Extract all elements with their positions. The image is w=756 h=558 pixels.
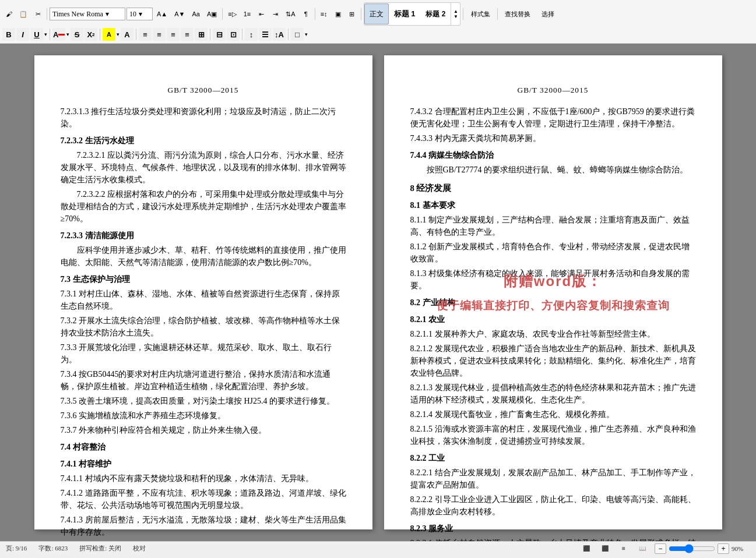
zoom-in-btn[interactable]: + — [718, 543, 729, 554]
sep3 — [315, 8, 315, 20]
right-page[interactable]: GB/T 32000—2015 7.4.3.2 合理配置村庄内卫生公厕，不应低于… — [384, 55, 722, 529]
view-outline-btn[interactable]: ≡ — [617, 543, 630, 554]
select-btn[interactable]: 选择 — [536, 8, 560, 20]
zoom-level: 90% — [732, 545, 750, 552]
style-normal-btn[interactable]: 正文 — [364, 3, 389, 24]
zoom-out-btn[interactable]: − — [655, 543, 666, 554]
styles-scroll-arrows[interactable]: ▲▼ — [451, 3, 460, 25]
sec-8: 8 经济发展 — [410, 182, 696, 195]
para-813: 8.1.3 村级集体经济有稳定的收入来源，能够满足开展村务活动和自身发展的需要。 — [410, 267, 696, 292]
font-color-arrow[interactable]: ▾ — [66, 31, 69, 37]
justify-btn[interactable]: ≡ — [181, 28, 194, 41]
increase-indent-btn[interactable]: ⇥ — [269, 8, 282, 20]
para-8213: 8.2.1.3 发展现代林业，提倡种植高效生态的特色经济林果和花卉苗木；推广先进… — [410, 382, 696, 406]
underline-btn[interactable]: U — [30, 28, 43, 41]
sec-74: 7.4 村容整治 — [61, 441, 346, 453]
superscript-btn[interactable]: X2 — [85, 28, 97, 41]
shading-btn[interactable]: ▣ — [332, 8, 344, 20]
col-btn[interactable]: ⊟ — [213, 28, 226, 41]
sep1 — [47, 8, 47, 20]
sep5 — [463, 8, 463, 20]
sep6 — [497, 8, 498, 20]
sec-821: 8.2.1 农业 — [410, 313, 696, 326]
list-btn[interactable]: ≡▷ — [225, 8, 239, 20]
sep8 — [100, 29, 100, 40]
font-size-arrow[interactable]: ▾ — [139, 10, 142, 19]
para-8222: 8.2.2.2 引导工业企业进入工业园区，防止化工、印染、电镀等高污染、高能耗、… — [410, 493, 696, 518]
highlight-btn[interactable]: A — [103, 28, 115, 41]
align-right-btn[interactable]: ≡ — [167, 28, 180, 41]
page-info: 页: 9/16 — [6, 544, 27, 553]
char-border-btn[interactable]: A▣ — [204, 8, 220, 20]
decrease-indent-btn[interactable]: ⇤ — [255, 8, 268, 20]
highlight-arrow[interactable]: ▾ — [117, 31, 119, 37]
zoom-controls: − + 90% — [655, 543, 750, 554]
sep10 — [210, 29, 210, 40]
para-8214: 8.2.1.4 发展现代畜牧业，推广畜禽生态化、规模化养殖。 — [410, 408, 696, 421]
para-72322: 7.2.3.2.2 应根据村落和农户的分布，可采用集中处理或分散处理或集中与分散… — [61, 188, 346, 225]
para-7432: 7.4.3.2 合理配置村庄内卫生公厕，不应低于1座/600户，按GB7959 … — [410, 105, 696, 130]
distribute-btn[interactable]: ⊞ — [195, 28, 208, 41]
bold-btn[interactable]: B — [2, 28, 15, 41]
table-btn[interactable]: ⊡ — [227, 28, 240, 41]
strikethrough-btn[interactable]: S — [71, 28, 83, 41]
sec-7233: 7.2.3.3 清洁能源使用 — [61, 229, 346, 242]
pages-row: GB/T 32000—2015 7.2.3.1.3 推行生活垃圾分类处理和资源化… — [34, 55, 722, 529]
font-dropdown-arrow[interactable]: ▾ — [106, 10, 109, 19]
font-selector[interactable]: Times New Roma ▾ — [50, 8, 125, 20]
style-set-btn[interactable]: 样式集 — [466, 8, 495, 20]
numbering-btn[interactable]: 1≡ — [241, 8, 254, 20]
format-painter-btn[interactable]: 🖌 — [2, 8, 15, 20]
clear-format-btn[interactable]: Aa — [189, 8, 202, 20]
para-spacing-btn[interactable]: ☰ — [259, 28, 272, 41]
para-731: 7.3.1 对村庄山体、森林、湿地、水体、植被等自然资源进行生态保育，保持原生态… — [61, 288, 346, 312]
border-shading-btn[interactable]: □ — [291, 28, 304, 41]
char-shade-btn[interactable]: A — [121, 28, 133, 41]
paste-btn[interactable]: 📋 — [16, 8, 30, 20]
font-size-down-btn[interactable]: A▼ — [171, 8, 188, 20]
toolbar-row-2: B I U ▾ A ▾ S X2 A ▾ A ≡ ≡ ≡ ≡ ⊞ ⊟ ⊡ ↕ ☰… — [2, 27, 754, 42]
para-7231: 7.2.3.1.3 推行生活垃圾分类处理和资源化利用；垃圾应及时清运，防止二次污… — [61, 105, 346, 130]
style-heading1-btn[interactable]: 标题 1 — [389, 3, 421, 24]
border-arrow[interactable]: ▾ — [305, 31, 308, 37]
view-reading-btn[interactable]: 📖 — [636, 543, 649, 554]
left-page-header: GB/T 32000—2015 — [61, 84, 346, 96]
sec-81: 8.1 基本要求 — [410, 199, 696, 211]
align-left-btn[interactable]: ≡ — [139, 28, 152, 41]
font-size-up-btn[interactable]: A▲ — [154, 8, 170, 20]
sep9 — [136, 29, 136, 40]
cut-btn[interactable]: ✂ — [31, 8, 44, 20]
spacing-btn[interactable]: ↕ — [245, 28, 258, 41]
left-page[interactable]: GB/T 32000—2015 7.2.3.1.3 推行生活垃圾分类处理和资源化… — [34, 55, 372, 529]
sec-73: 7.3 生态保护与治理 — [61, 273, 346, 285]
font-name-display: Times New Roma — [52, 10, 103, 19]
font-size-selector[interactable]: 10 ▾ — [126, 8, 153, 20]
marks-btn[interactable]: ¶ — [300, 8, 312, 20]
para-8211: 8.2.1.1 发展种养大户、家庭农场、农民专业合作社等新型经营主体。 — [410, 328, 696, 340]
sort-btn[interactable]: ⇅A — [283, 8, 298, 20]
para-733: 7.3.3 开展荒坡化治理，实施退耕还林还草。规范采砂、取水、取土、取石行为。 — [61, 341, 346, 366]
sec-822: 8.2.2 工业 — [410, 452, 696, 464]
text-direction-btn[interactable]: ↕A — [273, 28, 286, 41]
para-734: 7.3.4 按GB50445的要求对村庄内坑塘河道进行整治，保持水质清洁和水流通… — [61, 368, 346, 393]
para-732: 7.3.2 开展水土流失综合治理，综合防护植被、坡改梯、等高作物种植等水土保持农… — [61, 315, 346, 339]
font-color-btn[interactable]: A — [52, 28, 65, 41]
borders-btn[interactable]: ⊞ — [346, 8, 358, 20]
line-spacing-btn[interactable]: ≡↕ — [318, 8, 330, 20]
right-page-header: GB/T 32000—2015 — [410, 84, 696, 96]
para-8231: 8.2.3.1 依托乡村自然资源、人文景致、乡土风情及产业特色，发展形式多样、特… — [410, 537, 696, 541]
align-center-btn[interactable]: ≡ — [153, 28, 166, 41]
para-736: 7.3.6 实施增植放流和水产养殖生态环境修复。 — [61, 409, 346, 422]
view-print-btn[interactable]: ⬛ — [580, 543, 593, 554]
underline-arrow[interactable]: ▾ — [44, 31, 47, 37]
sec-823: 8.2.3 服务业 — [410, 522, 696, 535]
find-replace-btn[interactable]: 查找替换 — [500, 8, 535, 20]
italic-btn[interactable]: I — [16, 28, 29, 41]
zoom-slider[interactable] — [669, 544, 715, 553]
sec-744: 7.4.4 病媒生物综合防治 — [410, 149, 696, 161]
char-count: 字数: 6823 — [38, 544, 68, 553]
proofread: 校对 — [133, 544, 146, 553]
style-heading2-btn[interactable]: 标题 2 — [420, 3, 451, 24]
view-web-btn[interactable]: ⬛ — [599, 543, 611, 554]
para-8215: 8.2.1.5 沿海或水资源丰富的村庄，发展现代渔业，推广生态养殖、水产良种和渔… — [410, 423, 696, 447]
